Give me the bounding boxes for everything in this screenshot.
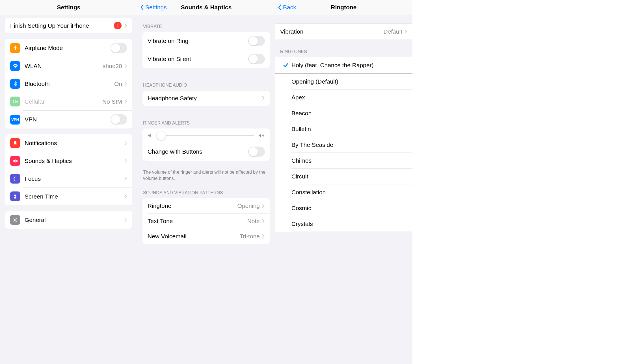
chevron-right-icon — [262, 234, 265, 239]
navbar-ringtone: Back Ringtone — [275, 0, 412, 15]
page-title: Sounds & Haptics — [181, 4, 232, 11]
chevron-right-icon — [124, 23, 127, 28]
ringtone-option-row[interactable]: Crystals — [275, 216, 412, 232]
slider-thumb[interactable] — [157, 131, 166, 140]
new-voicemail-row[interactable]: New Voicemail Tri-tone — [142, 229, 270, 244]
back-label: Back — [283, 4, 296, 11]
ringtone-detail: Opening — [237, 202, 260, 209]
chevron-right-icon — [124, 194, 127, 199]
sounds-haptics-row[interactable]: Sounds & Haptics — [5, 152, 132, 170]
chevron-right-icon — [124, 159, 127, 163]
wlan-detail: shuo20 — [103, 63, 122, 69]
ringtone-option-label: Circuit — [291, 173, 407, 180]
back-button[interactable]: Back — [278, 4, 296, 11]
ringtone-option-row[interactable]: Circuit — [275, 169, 412, 184]
change-with-buttons-row[interactable]: Change with Buttons — [142, 143, 270, 161]
ringtone-option-row[interactable]: Cosmic — [275, 200, 412, 216]
vpn-icon: VPN — [10, 115, 20, 125]
speaker-icon — [10, 156, 20, 166]
speaker-low-icon — [148, 133, 153, 138]
ringtones-list: Holy (feat. Chance the Rapper) Opening (… — [275, 57, 412, 232]
ringtone-option-label: Bulletin — [291, 126, 407, 132]
chevron-right-icon — [124, 64, 127, 68]
chevron-right-icon — [124, 82, 127, 86]
volume-slider-row — [142, 128, 270, 143]
vibration-row[interactable]: Vibration Default — [275, 24, 412, 40]
ringtone-option-row[interactable]: Opening (Default) — [275, 74, 412, 90]
vpn-label: VPN — [25, 116, 111, 123]
checkmark-icon — [280, 62, 291, 68]
cellular-row[interactable]: Cellular No SIM — [5, 93, 132, 110]
chevron-right-icon — [404, 29, 407, 34]
notification-badge: 1 — [114, 22, 122, 29]
wifi-icon — [10, 61, 20, 71]
notifications-label: Notifications — [25, 140, 124, 147]
ringtone-option-row[interactable]: By The Seaside — [275, 137, 412, 153]
change-with-buttons-toggle[interactable] — [248, 147, 265, 157]
focus-label: Focus — [25, 175, 124, 182]
chevron-right-icon — [124, 176, 127, 181]
vibration-detail: Default — [383, 28, 402, 35]
vibrate-group: Vibrate on Ring Vibrate on Silent — [142, 32, 270, 68]
page-title: Ringtone — [331, 4, 357, 11]
back-button[interactable]: Settings — [140, 4, 167, 11]
wlan-row[interactable]: WLAN shuo20 — [5, 57, 132, 75]
chevron-right-icon — [124, 99, 127, 104]
vibrate-header: VIBRATE — [137, 15, 275, 32]
chevron-right-icon — [124, 141, 127, 145]
ringtone-option-label: Apex — [291, 94, 407, 101]
vibrate-on-silent-toggle[interactable] — [248, 54, 265, 64]
airplane-mode-toggle[interactable] — [111, 43, 127, 53]
navbar-sounds-haptics: Settings Sounds & Haptics — [137, 0, 275, 15]
ringtone-option-label: Constellation — [291, 189, 407, 196]
vibrate-on-silent-row[interactable]: Vibrate on Silent — [142, 50, 270, 68]
vibrate-on-ring-toggle[interactable] — [248, 36, 265, 46]
sounds-group: Ringtone Opening Text Tone Note New Voic… — [142, 198, 270, 244]
ringtone-option-row[interactable]: Chimes — [275, 153, 412, 169]
general-group: General — [5, 211, 132, 229]
screen-time-row[interactable]: Screen Time — [5, 188, 132, 205]
text-tone-row[interactable]: Text Tone Note — [142, 213, 270, 229]
bell-icon — [10, 138, 20, 148]
bluetooth-detail: On — [114, 80, 122, 87]
headphone-safety-row[interactable]: Headphone Safety — [142, 91, 270, 106]
vibrate-on-ring-row[interactable]: Vibrate on Ring — [142, 32, 270, 50]
ringtone-option-row[interactable]: Bulletin — [275, 121, 412, 137]
ringtone-selected-label: Holy (feat. Chance the Rapper) — [291, 62, 407, 69]
finish-setup-row[interactable]: Finish Setting Up Your iPhone 1 — [5, 18, 132, 33]
focus-row[interactable]: Focus — [5, 170, 132, 188]
bluetooth-row[interactable]: Bluetooth On — [5, 75, 132, 93]
vpn-toggle[interactable] — [111, 114, 127, 125]
chevron-left-icon — [278, 4, 282, 10]
chevron-right-icon — [262, 96, 265, 101]
airplane-mode-row[interactable]: Airplane Mode — [5, 39, 132, 57]
volume-slider[interactable] — [157, 135, 254, 136]
vibrate-on-ring-label: Vibrate on Ring — [148, 38, 248, 44]
general-row[interactable]: General — [5, 211, 132, 229]
cellular-label: Cellular — [25, 98, 102, 105]
notifications-row[interactable]: Notifications — [5, 134, 132, 152]
speaker-high-icon — [258, 133, 265, 138]
ringtone-option-row[interactable]: Constellation — [275, 184, 412, 200]
ringtone-option-row[interactable]: Apex — [275, 90, 412, 105]
vpn-row[interactable]: VPN VPN — [5, 110, 132, 128]
new-voicemail-label: New Voicemail — [148, 233, 239, 240]
navbar-settings: Settings — [0, 0, 137, 15]
ringtone-option-row[interactable]: Beacon — [275, 105, 412, 121]
ringtone-option-label: Chimes — [291, 157, 407, 164]
ringer-group: Change with Buttons — [142, 128, 270, 161]
headphone-group: Headphone Safety — [142, 91, 270, 106]
change-with-buttons-label: Change with Buttons — [148, 148, 248, 155]
ringtones-header: RINGTONES — [275, 40, 412, 57]
ringtone-row[interactable]: Ringtone Opening — [142, 198, 270, 213]
sounds-haptics-label: Sounds & Haptics — [25, 158, 124, 164]
cellular-icon — [10, 97, 20, 106]
finish-setup-group: Finish Setting Up Your iPhone 1 — [5, 18, 132, 33]
ringer-header: RINGER AND ALERTS — [137, 112, 275, 128]
ringtone-option-label: Crystals — [291, 221, 407, 227]
ringtone-selected-row[interactable]: Holy (feat. Chance the Rapper) — [275, 57, 412, 73]
chevron-right-icon — [262, 204, 265, 208]
screen-time-label: Screen Time — [25, 193, 124, 200]
bluetooth-icon — [10, 79, 20, 89]
headphone-header: HEADPHONE AUDIO — [137, 74, 275, 91]
